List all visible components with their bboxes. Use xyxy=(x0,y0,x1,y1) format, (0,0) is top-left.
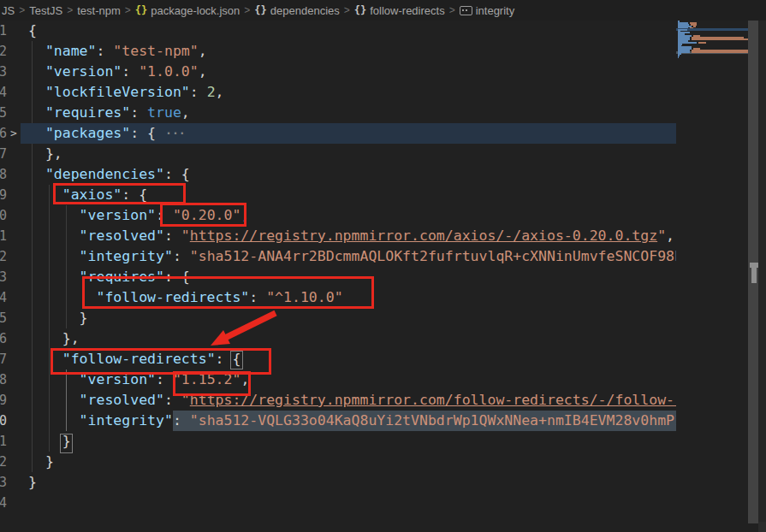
token: { xyxy=(181,166,190,182)
line-number-15[interactable]: 15 xyxy=(0,308,7,328)
code-line-21[interactable]: }21 xyxy=(0,431,676,452)
code-line-4[interactable]: "lockfileVersion": 2,4 xyxy=(0,82,676,103)
code-line-15[interactable]: }15 xyxy=(0,308,676,328)
code-text: "resolved": "https://registry.npmmirror.… xyxy=(28,226,674,246)
code-text: "integrity": "sha512-VQLG33o04KaQ8uYi2tV… xyxy=(28,411,676,431)
code-clip: "version": "0.20.0", xyxy=(0,205,676,226)
code-line-5[interactable]: "requires": true,5 xyxy=(0,103,676,123)
code-clip: "packages": { ··· xyxy=(0,123,676,144)
line-number-10[interactable]: 10 xyxy=(0,205,7,226)
code-line-10[interactable]: "version": "0.20.0",10 xyxy=(0,205,676,226)
token: "test-npm" xyxy=(113,43,198,59)
token: : xyxy=(173,248,190,264)
code-clip: } xyxy=(0,308,676,328)
code-line-6[interactable]: "packages": { ···6> xyxy=(0,123,676,144)
code-text: }, xyxy=(28,328,80,349)
code-line-12[interactable]: "integrity": "sha512-ANA4rr2BDcmmAQLOKft… xyxy=(0,246,676,267)
line-number-17[interactable]: 17 xyxy=(0,349,7,369)
token: "resolved" xyxy=(80,392,164,408)
line-number-7[interactable]: 7 xyxy=(0,144,7,164)
code-line-7[interactable]: },7 xyxy=(0,144,676,164)
code-line-11[interactable]: "resolved": "https://registry.npmmirror.… xyxy=(0,226,676,246)
code-clip: "version": "1.0.0", xyxy=(0,62,676,82)
token: , xyxy=(666,228,674,244)
token: : xyxy=(164,166,181,182)
fold-chevron-icon[interactable]: > xyxy=(10,123,17,144)
code-line-22[interactable]: }22 xyxy=(0,452,676,472)
line-number-8[interactable]: 8 xyxy=(0,164,7,185)
token: "integrity" xyxy=(80,248,173,264)
line-number-2[interactable]: 2 xyxy=(0,41,7,62)
token: "resolved" xyxy=(80,228,164,244)
token: "1.0.0" xyxy=(139,63,199,80)
token xyxy=(28,228,80,244)
code-line-20[interactable]: "integrity": "sha512-VQLG33o04KaQ8uYi2tV… xyxy=(0,411,676,431)
annotation-axios-version-box xyxy=(160,203,246,227)
line-number-16[interactable]: 16 xyxy=(0,328,7,349)
token: : xyxy=(164,228,181,244)
token: : xyxy=(130,125,147,141)
token: "lockfileVersion" xyxy=(45,84,190,100)
line-number-23[interactable]: 23 xyxy=(0,472,7,493)
token: : xyxy=(190,84,207,100)
scrollbar-thumb[interactable] xyxy=(751,268,757,283)
code-text: "dependencies": { xyxy=(28,164,190,185)
code-text: } xyxy=(28,472,37,493)
code-text: "name": "test-npm", xyxy=(28,41,207,62)
token: , xyxy=(216,84,224,100)
line-number-6[interactable]: 6 xyxy=(0,123,7,144)
line-number-3[interactable]: 3 xyxy=(0,62,7,82)
line-number-22[interactable]: 22 xyxy=(0,452,7,472)
token: " xyxy=(181,228,190,244)
vscode-editor-window: JS>TestJS>test-npm>{}package-lock.json>{… xyxy=(0,0,766,532)
token: , xyxy=(181,104,190,121)
code-line-2[interactable]: "name": "test-npm",2 xyxy=(0,41,676,62)
token: "sha512-VQLG33o04KaQ8uYi2tVNbdrWp1QWxNNe… xyxy=(190,412,676,429)
token: "sha512-ANA4rr2BDcmmAQLOKft2fufrtuvlqR+c… xyxy=(190,248,676,264)
token: : xyxy=(173,412,190,429)
line-number-9[interactable]: 9 xyxy=(0,185,7,205)
token: { xyxy=(28,22,37,38)
minimap[interactable] xyxy=(676,21,749,523)
code-line-1[interactable]: {1 xyxy=(0,21,676,41)
token xyxy=(28,63,45,80)
code-line-16[interactable]: },16 xyxy=(0,328,676,349)
line-number-21[interactable]: 21 xyxy=(0,431,7,452)
code-clip: }, xyxy=(0,144,676,164)
line-number-12[interactable]: 12 xyxy=(0,246,7,267)
code-clip: }, xyxy=(0,328,676,349)
token: " xyxy=(657,228,666,244)
line-number-1[interactable]: 1 xyxy=(0,21,7,41)
token: }, xyxy=(45,145,62,162)
token: , xyxy=(199,63,207,80)
token xyxy=(28,248,80,264)
line-number-18[interactable]: 18 xyxy=(0,369,7,390)
line-number-11[interactable]: 11 xyxy=(0,226,7,246)
line-number-24[interactable]: 24 xyxy=(0,493,7,513)
code-text: } xyxy=(28,452,54,472)
token xyxy=(28,145,45,162)
token xyxy=(28,84,45,100)
token xyxy=(28,453,45,470)
minimap-seg-blue xyxy=(678,56,679,58)
code-text: "resolved": "https://registry.npmmirror.… xyxy=(28,390,676,411)
code-line-3[interactable]: "version": "1.0.0",3 xyxy=(0,62,676,82)
code-line-8[interactable]: "dependencies": {8 xyxy=(0,164,676,185)
line-number-20[interactable]: 20 xyxy=(0,411,7,431)
line-number-5[interactable]: 5 xyxy=(0,103,7,123)
token: : xyxy=(130,104,147,121)
line-number-14[interactable]: 14 xyxy=(0,287,7,308)
code-clip: { xyxy=(0,21,676,41)
token: } xyxy=(45,453,54,470)
line-number-19[interactable]: 19 xyxy=(0,390,7,411)
code-line-23[interactable]: }23 xyxy=(0,472,676,493)
line-number-13[interactable]: 13 xyxy=(0,267,7,287)
code-line-19[interactable]: "resolved": "https://registry.npmmirror.… xyxy=(0,390,676,411)
token xyxy=(28,433,62,449)
editor[interactable]: {1 "name": "test-npm",2 "version": "1.0.… xyxy=(0,0,766,532)
code-line-24[interactable]: 24 xyxy=(0,493,676,513)
line-number-4[interactable]: 4 xyxy=(0,82,7,103)
token: "integrity" xyxy=(80,412,173,429)
code-clip: "lockfileVersion": 2, xyxy=(0,82,676,103)
token: "dependencies" xyxy=(45,166,164,182)
